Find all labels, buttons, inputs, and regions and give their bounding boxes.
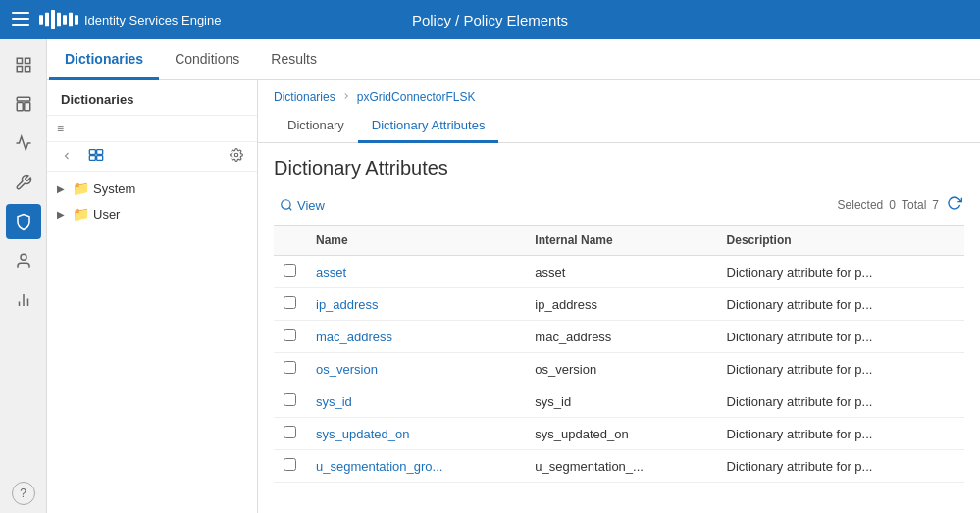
sidebar-icon-users[interactable]	[6, 243, 41, 279]
svg-point-26	[282, 200, 290, 209]
col-header-description: Description	[717, 226, 964, 256]
row-checkbox-cell	[274, 256, 306, 288]
selected-count: 0	[889, 198, 896, 212]
sidebar-icon-reports[interactable]	[6, 282, 41, 318]
row-name: ip_address	[306, 288, 525, 321]
row-name-link[interactable]: asset	[316, 265, 346, 280]
table-row: asset asset Dictionary attribute for p..…	[274, 256, 964, 288]
tab-conditions[interactable]: Conditions	[159, 39, 255, 80]
table-row: u_segmentation_gro... u_segmentation_...…	[274, 450, 964, 483]
tree-panel: Dictionaries ≡	[47, 80, 258, 513]
table-toolbar-right: Selected 0 Total 7	[838, 193, 964, 217]
col-header-internal-name: Internal Name	[525, 226, 716, 256]
sidebar-icon-policy[interactable]	[6, 204, 41, 239]
row-name: u_segmentation_gro...	[306, 450, 525, 483]
page-title: Policy / Policy Elements	[412, 12, 568, 28]
row-checkbox-cell	[274, 450, 306, 483]
tree-search: ≡	[47, 116, 257, 142]
row-name-link[interactable]: u_segmentation_gro...	[316, 459, 442, 474]
row-internal-name: ip_address	[525, 288, 716, 321]
row-checkbox[interactable]	[284, 264, 296, 277]
svg-rect-13	[25, 67, 29, 72]
col-header-name: Name	[306, 226, 525, 256]
secondary-nav: Dictionaries Conditions Results	[0, 39, 980, 80]
folder-icon: 📁	[73, 180, 89, 196]
tree-search-input[interactable]	[70, 122, 247, 135]
table-row: mac_address mac_address Dictionary attri…	[274, 321, 964, 353]
view-button[interactable]: View	[274, 194, 331, 217]
top-nav: Identity Services Engine Policy / Policy…	[0, 0, 980, 39]
sidebar-icon-analytics[interactable]	[6, 126, 41, 161]
svg-rect-14	[17, 97, 30, 101]
tree-item-system[interactable]: ▶ 📁 System	[47, 176, 257, 201]
svg-rect-7	[63, 15, 67, 24]
row-name-link[interactable]: ip_address	[316, 297, 379, 312]
content-body: Dictionary Attributes View Selected 0 To…	[258, 143, 980, 513]
tree-list-view-button[interactable]	[84, 146, 108, 167]
sidebar-icon-dashboard[interactable]	[6, 86, 41, 122]
svg-line-27	[289, 208, 292, 211]
tree-settings-button[interactable]	[226, 146, 247, 167]
svg-rect-15	[17, 103, 23, 111]
row-checkbox[interactable]	[284, 393, 296, 406]
refresh-button[interactable]	[945, 193, 964, 217]
breadcrumb: Dictionaries pxGridConnectorFLSK	[258, 80, 980, 104]
content-title: Dictionary Attributes	[274, 157, 964, 180]
menu-icon[interactable]	[12, 12, 29, 28]
main-content: Dictionaries ≡	[47, 80, 980, 513]
row-name-link[interactable]: sys_updated_on	[316, 427, 409, 441]
chevron-right-icon: ▶	[57, 209, 69, 220]
row-name-link[interactable]: os_version	[316, 362, 378, 377]
tree-item-user[interactable]: ▶ 📁 User	[47, 201, 257, 227]
tab-dictionary-attributes[interactable]: Dictionary Attributes	[358, 110, 499, 143]
svg-rect-10	[17, 58, 22, 63]
row-checkbox[interactable]	[284, 296, 296, 309]
row-checkbox-cell	[274, 353, 306, 385]
row-checkbox-cell	[274, 288, 306, 321]
svg-point-17	[21, 254, 26, 260]
table-row: ip_address ip_address Dictionary attribu…	[274, 288, 964, 321]
row-checkbox-cell	[274, 418, 306, 450]
row-checkbox[interactable]	[284, 426, 296, 438]
row-description: Dictionary attribute for p...	[717, 450, 964, 483]
chevron-right-icon: ▶	[57, 183, 69, 194]
svg-rect-12	[17, 67, 22, 72]
sidebar-icon-tools[interactable]	[6, 165, 41, 200]
row-internal-name: os_version	[525, 353, 716, 385]
table-row: os_version os_version Dictionary attribu…	[274, 353, 964, 385]
breadcrumb-current[interactable]: pxGridConnectorFLSK	[357, 90, 476, 104]
row-checkbox[interactable]	[284, 361, 296, 374]
row-description: Dictionary attribute for p...	[717, 256, 964, 288]
svg-rect-21	[89, 150, 95, 155]
row-description: Dictionary attribute for p...	[717, 418, 964, 450]
tab-dictionary[interactable]: Dictionary	[274, 110, 358, 143]
svg-rect-2	[12, 24, 29, 26]
row-description: Dictionary attribute for p...	[717, 321, 964, 353]
row-internal-name: sys_id	[525, 385, 716, 418]
svg-rect-4	[45, 13, 49, 27]
row-name: sys_id	[306, 385, 525, 418]
svg-rect-1	[12, 18, 29, 20]
row-name-link[interactable]: mac_address	[316, 330, 392, 344]
right-content: Dictionaries pxGridConnectorFLSK Diction…	[258, 80, 980, 513]
svg-rect-6	[57, 13, 61, 27]
col-header-checkbox	[274, 226, 306, 256]
sidebar-icon-help[interactable]: ?	[12, 482, 35, 505]
row-internal-name: sys_updated_on	[525, 418, 716, 450]
breadcrumb-dictionaries[interactable]: Dictionaries	[274, 90, 335, 104]
view-label: View	[297, 198, 325, 213]
row-name: sys_updated_on	[306, 418, 525, 450]
tree-items: ▶ 📁 System ▶ 📁 User	[47, 172, 257, 513]
tab-dictionaries[interactable]: Dictionaries	[49, 39, 159, 80]
row-name-link[interactable]: sys_id	[316, 394, 352, 409]
tree-toolbar	[47, 142, 257, 172]
row-checkbox[interactable]	[284, 458, 296, 471]
row-name: asset	[306, 256, 525, 288]
row-internal-name: u_segmentation_...	[525, 450, 716, 483]
tab-results[interactable]: Results	[255, 39, 333, 80]
search-icon: ≡	[57, 122, 64, 135]
row-checkbox[interactable]	[284, 329, 296, 341]
sidebar-icon-home[interactable]	[6, 47, 41, 82]
svg-rect-16	[24, 103, 29, 111]
tree-back-button[interactable]	[57, 147, 77, 167]
